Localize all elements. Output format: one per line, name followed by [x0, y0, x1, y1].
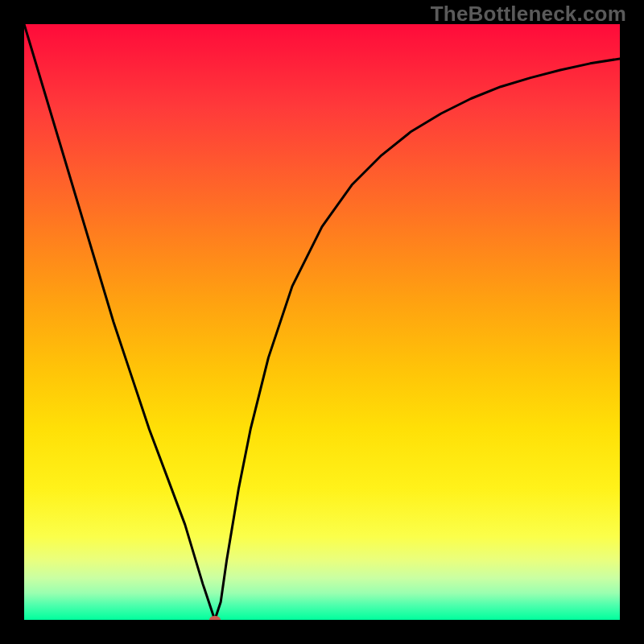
watermark-text: TheBottleneck.com [431, 2, 626, 27]
zone-gradient [24, 24, 620, 620]
chart-frame: TheBottleneck.com [0, 0, 644, 644]
plot-area [24, 24, 620, 620]
